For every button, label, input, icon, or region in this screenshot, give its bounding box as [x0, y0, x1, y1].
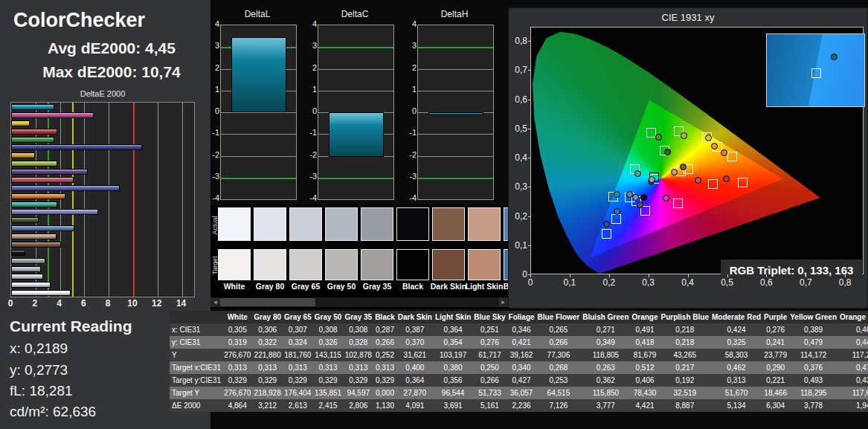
axis-tick-label: 4 [407, 19, 417, 28]
axis-tick-label: -2 [210, 150, 219, 159]
reference-line [72, 103, 74, 297]
axis-tick-label: -2 [407, 150, 417, 159]
column-header: Orange Yellow [838, 311, 868, 323]
bar-blue [11, 144, 142, 150]
target-marker-red [738, 178, 748, 187]
swatch-scrollbar[interactable]: ◂ ▸ [210, 297, 508, 307]
swatch-target-gray-50[interactable] [325, 249, 358, 280]
swatch-actual-light-skin[interactable] [468, 207, 501, 241]
axis-tick-label: 0,1 [509, 240, 527, 251]
measured-marker-red [723, 175, 730, 182]
swatch-column: Gray 35 [361, 205, 393, 309]
table-cell: 0,329 [252, 374, 283, 387]
measured-marker-light-skin [671, 169, 678, 175]
swatch-target-white[interactable] [218, 249, 251, 280]
table-cell: 18,466 [762, 387, 788, 399]
axis-tick [727, 274, 728, 277]
gridline [318, 69, 393, 70]
bar-gray-50 [11, 266, 41, 272]
table-cell: 7,126 [536, 399, 582, 412]
table-cell: 0,329 [283, 374, 313, 387]
bar-gray-80 [11, 282, 51, 288]
column-header: Moderate Red [710, 311, 762, 323]
table-cell: 0,364 [434, 323, 472, 336]
table-cell: 102,878 [343, 349, 373, 361]
table-cell: 5,134 [710, 399, 762, 412]
gridline [418, 156, 493, 157]
table-cell: 78,430 [631, 387, 660, 399]
deltah-title: DeltaH [416, 9, 493, 19]
swatch-actual-white[interactable] [218, 207, 251, 241]
table-cell: 0,324 [283, 336, 313, 349]
cie-diagram: RGB Triplet: 0, 133, 163 [530, 27, 864, 274]
column-header: Gray 80 [252, 311, 283, 323]
measured-marker-foliage [664, 149, 671, 155]
deltac-plot [318, 25, 394, 200]
table-cell: 0,287 [373, 323, 396, 336]
deltae-bar-chart [10, 102, 195, 297]
table-cell: 0,192 [660, 374, 710, 387]
table-cell: 143,115 [313, 349, 344, 361]
table-cell: 2,806 [343, 399, 373, 412]
swatch-actual-gray-65[interactable] [289, 207, 322, 241]
reference-line [318, 47, 393, 48]
column-header: Purple [762, 311, 788, 323]
swatch-column: Gray 80 [254, 205, 286, 309]
swatch-column: Gray 50 [325, 205, 358, 309]
table-cell: 0,328 [343, 336, 373, 349]
table-cell: 0,313 [252, 361, 283, 374]
scroll-left-arrow-icon[interactable]: ◂ [210, 297, 220, 307]
bar-red [11, 129, 57, 135]
table-cell: 176,404 [283, 387, 313, 399]
deltac-chart: DeltaC 43210-1-2-3-4 [307, 0, 408, 217]
table-cell: 0,442 [838, 336, 868, 349]
scroll-right-arrow-icon[interactable]: ▸ [498, 297, 508, 307]
column-header: Blue Sky [472, 311, 507, 323]
gridline [418, 69, 493, 70]
swatch-target-light-skin[interactable] [468, 249, 501, 280]
table-cell: 0,253 [536, 374, 582, 387]
deltah-chart: DeltaH 43210-1-2-3-4 [407, 0, 508, 217]
table-cell: 0,266 [536, 336, 582, 349]
swatch-actual-dark-skin[interactable] [432, 207, 465, 241]
swatch-target-dark-skin[interactable] [432, 249, 465, 280]
axis-tick-label: -3 [210, 172, 219, 181]
swatch-target-gray-80[interactable] [254, 249, 286, 280]
target-marker-orange [727, 152, 737, 161]
table-cell: 0,329 [222, 374, 252, 387]
inset-target-marker [811, 68, 821, 78]
swatch-target-gray-35[interactable] [361, 249, 393, 280]
table-cell: 4,091 [396, 399, 434, 412]
table-cell: 0,276 [762, 323, 788, 336]
table-cell: 94,597 [343, 387, 373, 399]
axis-tick [528, 70, 531, 71]
swatch-actual-black[interactable] [396, 207, 429, 241]
table-cell: 0,268 [536, 361, 582, 374]
column-header: White [222, 311, 252, 323]
axis-tick-label: 8 [106, 298, 111, 309]
axis-tick-label: 0,4 [677, 277, 699, 288]
swatch-target-black[interactable] [396, 249, 429, 280]
gridline [221, 112, 296, 113]
table-cell: 218,928 [252, 387, 283, 399]
swatch-actual-gray-80[interactable] [254, 207, 286, 241]
scrollbar-thumb[interactable] [220, 298, 315, 306]
avg-de2000-value: Avg dE2000: 4,45 [22, 39, 201, 57]
swatch-actual-gray-50[interactable] [325, 207, 358, 241]
axis-tick [530, 274, 531, 277]
swatch-target-gray-65[interactable] [289, 249, 322, 280]
deltal-chart: DeltaL 43210-1-2-3-4 [210, 0, 311, 217]
table-cell: 31,621 [396, 349, 434, 361]
table-cell: 0,356 [434, 374, 472, 387]
swatch-actual-gray-35[interactable] [361, 207, 393, 241]
table-cell: 51,733 [472, 387, 507, 399]
table-cell: 0,313 [222, 361, 252, 374]
axis-tick-label: 0,7 [509, 65, 527, 75]
table-cell: 43,265 [660, 349, 710, 361]
axis-tick [649, 274, 649, 277]
table-cell: 103,197 [434, 349, 472, 361]
deltal-plot [220, 25, 297, 200]
table-cell: 117,620 [838, 387, 868, 399]
table-cell: 0,308 [313, 323, 344, 336]
axis-tick-label: -1 [407, 128, 417, 137]
